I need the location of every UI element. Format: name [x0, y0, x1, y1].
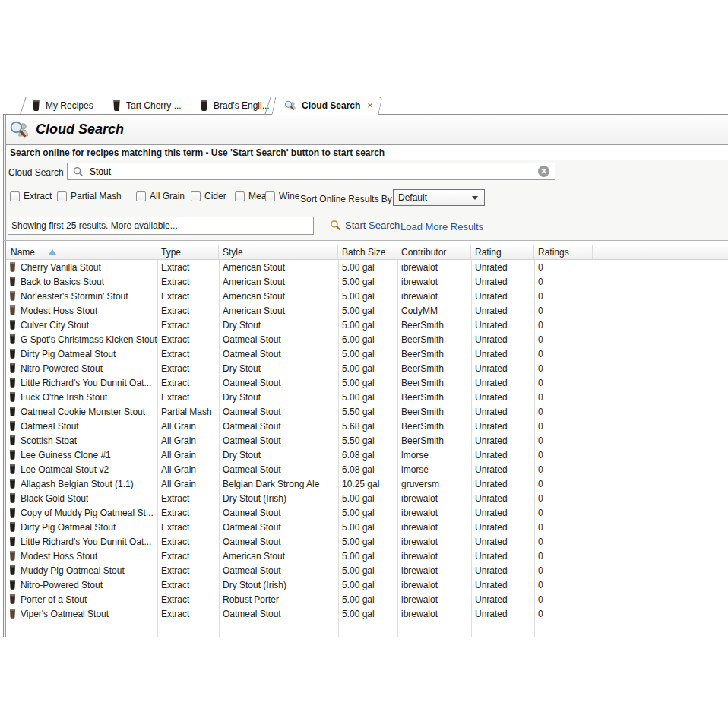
tab-brads-english[interactable]: Brad's Engli... [200, 97, 270, 114]
recipe-type-cell: Extract [157, 334, 219, 345]
table-row[interactable]: Muddy Pig Oatmeal Stout Extract Oatmeal … [6, 563, 728, 578]
table-row[interactable]: Porter of a Stout Extract Robust Porter … [6, 592, 728, 606]
recipe-rating-cell: Unrated [471, 421, 534, 432]
recipe-rating-cell: Unrated [471, 320, 534, 331]
sort-by-dropdown[interactable]: Default [393, 189, 485, 206]
recipe-rating-cell: Unrated [471, 522, 534, 533]
table-row[interactable]: Oatmeal Stout All Grain Oatmeal Stout 5.… [6, 419, 728, 433]
recipe-name-cell: Dirty Pig Oatmeal Stout [6, 522, 157, 533]
recipe-name-cell: Porter of a Stout [6, 594, 157, 605]
table-row[interactable]: Little Richard's You Dunnit Oat... Extra… [6, 375, 728, 390]
column-label: Type [161, 247, 181, 258]
column-header-name[interactable]: Name [6, 245, 157, 259]
mead-checkbox[interactable] [235, 191, 245, 201]
status-box[interactable]: Showing first 25 results. More available… [8, 217, 314, 235]
section-divider [3, 240, 728, 241]
recipe-contributor-cell: ibrewalot [397, 277, 471, 287]
beer-mug-icon [9, 334, 16, 344]
cloud-search-icon [9, 119, 30, 140]
recipe-style-cell: Dry Stout (Irish) [219, 580, 338, 590]
table-row[interactable]: Nitro-Powered Stout Extract Dry Stout (I… [6, 578, 728, 592]
table-row[interactable]: G Spot's Christmass Kicken Stout Extract… [6, 332, 728, 347]
wine-checkbox[interactable] [265, 191, 275, 201]
table-row[interactable]: Modest Hoss Stout Extract American Stout… [6, 549, 728, 563]
column-header-type[interactable]: Type [157, 245, 219, 259]
partial-mash-checkbox[interactable] [57, 191, 67, 201]
table-row[interactable]: Black Gold Stout Extract Dry Stout (Iris… [6, 491, 728, 505]
recipe-name-cell: Little Richard's You Dunnit Oat... [6, 537, 157, 547]
table-row[interactable]: Luck O'the Irish Stout Extract Dry Stout… [6, 390, 728, 404]
recipe-batch-size-cell: 5.00 gal [338, 392, 397, 403]
table-row[interactable]: Nor'easter's Stormin' Stout Extract Amer… [6, 289, 728, 303]
table-row[interactable]: Lee Oatmeal Stout v2 All Grain Oatmeal S… [6, 462, 728, 476]
start-search-button[interactable]: Start Search [330, 220, 400, 231]
table-row[interactable]: Nitro-Powered Stout Extract Dry Stout 5.… [6, 361, 728, 375]
table-row[interactable]: Dirty Pig Oatmeal Stout Extract Oatmeal … [6, 347, 728, 361]
table-row[interactable]: Copy of Muddy Pig Oatmeal St... Extract … [6, 505, 728, 520]
recipe-style-cell: Oatmeal Stout [219, 508, 338, 518]
recipe-style-cell: Oatmeal Stout [219, 378, 338, 388]
column-header-ratings[interactable]: Ratings [534, 245, 593, 259]
recipe-ratings-cell: 0 [534, 565, 593, 576]
filter-all-grain[interactable]: All Grain [136, 191, 185, 201]
column-label: Ratings [538, 247, 569, 258]
filter-partial-mash[interactable]: Partial Mash [57, 191, 122, 201]
chevron-down-icon [472, 196, 478, 200]
recipe-ratings-cell: 0 [534, 349, 593, 359]
filter-label: Extract [24, 191, 52, 201]
beer-mug-icon [112, 100, 121, 111]
table-row[interactable]: Allagash Belgian Stout (1.1) All Grain B… [6, 476, 728, 491]
recipe-style-cell: Dry Stout (Irish) [219, 493, 338, 504]
recipe-style-cell: Oatmeal Stout [219, 522, 338, 533]
beer-mug-icon [9, 363, 16, 373]
recipe-style-cell: Belgian Dark Strong Ale [219, 479, 338, 489]
all-grain-checkbox[interactable] [136, 191, 146, 201]
recipe-name: Copy of Muddy Pig Oatmeal St... [21, 508, 154, 518]
table-row[interactable]: Dirty Pig Oatmeal Stout Extract Oatmeal … [6, 520, 728, 534]
recipe-contributor-cell: ibrewalot [397, 262, 471, 273]
filter-wine[interactable]: Wine [265, 191, 299, 201]
table-row[interactable]: Cherry Vanilla Stout Extract American St… [6, 260, 728, 274]
clear-search-icon[interactable]: ✕ [538, 166, 549, 177]
table-row[interactable]: Viper's Oatmeal Stout Extract Oatmeal St… [6, 606, 728, 621]
recipe-type-cell: Extract [157, 363, 219, 374]
recipe-name-cell: Oatmeal Stout [6, 421, 157, 432]
tab-my-recipes[interactable]: My Recipes [32, 97, 93, 114]
filter-cider[interactable]: Cider [191, 191, 226, 201]
search-input[interactable] [90, 166, 538, 177]
start-search-label: Start Search [345, 220, 400, 231]
recipe-ratings-cell: 0 [534, 551, 593, 562]
beer-mug-icon [9, 522, 16, 532]
tab-tart-cherry[interactable]: Tart Cherry ... [112, 97, 182, 114]
column-header-rating[interactable]: Rating [471, 245, 534, 259]
recipe-name-cell: Oatmeal Cookie Monster Stout [6, 407, 157, 417]
cider-checkbox[interactable] [191, 191, 201, 201]
table-row[interactable]: Modest Hoss Stout Extract American Stout… [6, 303, 728, 318]
table-row[interactable]: Little Richard's You Dunnit Oat... Extra… [6, 534, 728, 549]
recipe-ratings-cell: 0 [534, 392, 593, 403]
table-row[interactable]: Culver City Stout Extract Dry Stout 5.00… [6, 318, 728, 332]
beer-mug-icon [9, 565, 16, 575]
recipe-contributor-cell: lmorse [397, 450, 471, 461]
table-row[interactable]: Oatmeal Cookie Monster Stout Partial Mas… [6, 404, 728, 419]
beer-mug-icon [9, 305, 16, 315]
table-row[interactable]: Back to Basics Stout Extract American St… [6, 274, 728, 289]
recipe-name: Viper's Oatmeal Stout [21, 609, 109, 619]
tab-cloud-search[interactable]: Cloud Search × [274, 97, 381, 114]
recipe-contributor-cell: BeerSmith [397, 435, 471, 446]
recipe-name-cell: Little Richard's You Dunnit Oat... [6, 378, 157, 388]
column-header-contributor[interactable]: Contributor [397, 245, 471, 259]
recipe-name-cell: Lee Guiness Clone #1 [6, 450, 157, 461]
recipe-contributor-cell: ibrewalot [397, 580, 471, 590]
column-header-style[interactable]: Style [219, 245, 338, 259]
column-header-batch-size[interactable]: Batch Size [338, 245, 397, 259]
recipe-style-cell: Oatmeal Stout [219, 407, 338, 417]
column-label: Contributor [401, 247, 446, 258]
filter-extract[interactable]: Extract [10, 191, 52, 201]
close-icon[interactable]: × [367, 100, 373, 110]
table-row[interactable]: Scottish Stoat All Grain Oatmeal Stout 5… [6, 433, 728, 448]
extract-checkbox[interactable] [10, 191, 20, 201]
load-more-results-link[interactable]: Load More Results [400, 221, 483, 233]
recipe-contributor-cell: CodyMM [397, 305, 471, 316]
table-row[interactable]: Lee Guiness Clone #1 All Grain Dry Stout… [6, 448, 728, 462]
